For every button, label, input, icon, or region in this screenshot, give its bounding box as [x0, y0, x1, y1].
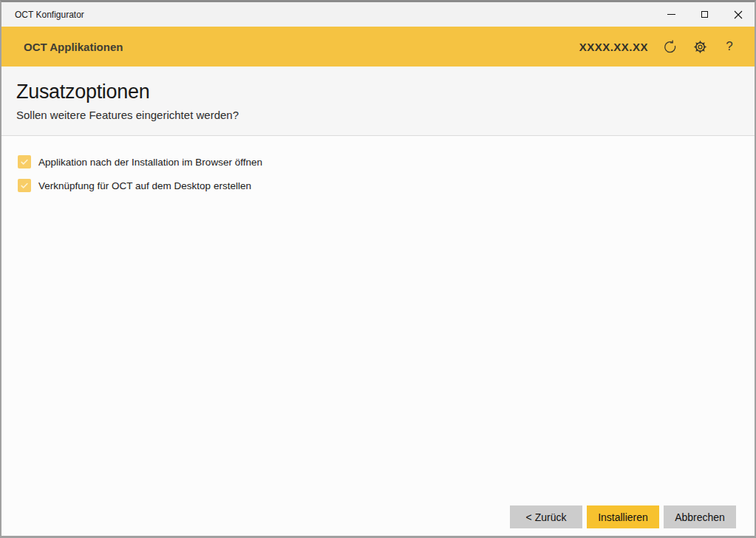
options-panel: Applikation nach der Installation im Bro…	[1, 136, 755, 505]
version-label: XXXX.XX.XX	[579, 41, 648, 53]
page-title: Zusatzoptionen	[16, 81, 740, 103]
window-controls	[655, 2, 755, 27]
option-desktop-shortcut[interactable]: Verknüpfung für OCT auf dem Desktop erst…	[18, 179, 755, 192]
page-subtitle: Sollen weitere Features eingerichtet wer…	[16, 109, 740, 121]
back-button[interactable]: < Zurück	[510, 505, 582, 528]
refresh-icon[interactable]	[663, 39, 678, 54]
option-open-browser[interactable]: Applikation nach der Installation im Bro…	[18, 155, 755, 168]
minimize-button[interactable]	[655, 2, 688, 27]
install-button[interactable]: Installieren	[587, 505, 659, 528]
cancel-button[interactable]: Abbrechen	[664, 505, 736, 528]
option-label: Verknüpfung für OCT auf dem Desktop erst…	[38, 180, 251, 191]
app-title: OCT Applikationen	[24, 41, 123, 53]
maximize-icon	[701, 11, 708, 18]
gear-icon[interactable]	[692, 39, 707, 54]
titlebar: OCT Konfigurator	[1, 2, 755, 27]
minimize-icon	[667, 14, 675, 15]
help-glyph: ?	[726, 39, 732, 54]
checkbox-checked-icon[interactable]	[18, 155, 31, 168]
option-label: Applikation nach der Installation im Bro…	[38, 157, 262, 168]
page-header: Zusatzoptionen Sollen weitere Features e…	[1, 67, 755, 136]
footer-buttons: < Zurück Installieren Abbrechen	[1, 505, 755, 536]
help-icon[interactable]: ?	[722, 39, 737, 54]
maximize-button[interactable]	[688, 2, 721, 27]
close-icon	[734, 10, 743, 19]
close-button[interactable]	[721, 2, 755, 27]
app-header-actions: XXXX.XX.XX ?	[579, 39, 737, 54]
checkbox-checked-icon[interactable]	[18, 179, 31, 192]
app-header: OCT Applikationen XXXX.XX.XX	[1, 27, 755, 67]
installer-window: OCT Konfigurator OCT Applikationen XXXX.…	[0, 0, 756, 538]
window-title: OCT Konfigurator	[1, 10, 84, 20]
